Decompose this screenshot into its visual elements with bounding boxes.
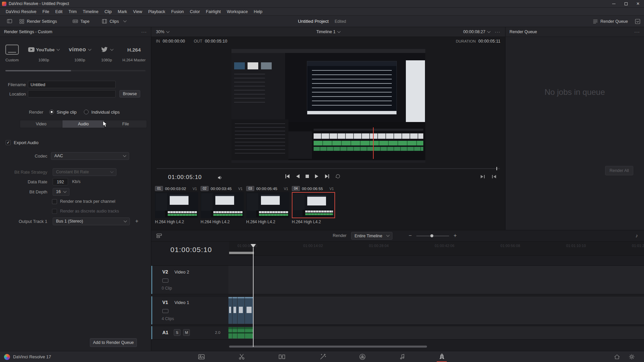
jump-to-first-clip-icon[interactable] bbox=[492, 175, 496, 179]
menu-playback[interactable]: Playback bbox=[145, 9, 168, 14]
page-cut-button[interactable] bbox=[235, 351, 248, 362]
bit-depth-dropdown[interactable]: 16 bbox=[53, 188, 69, 196]
collapse-panel-icon[interactable] bbox=[635, 18, 641, 24]
add-output-track-button[interactable]: + bbox=[133, 218, 141, 225]
page-media-button[interactable] bbox=[195, 351, 208, 362]
render-queue-toggle-button[interactable]: Render Queue bbox=[589, 16, 631, 27]
scrub-playhead[interactable] bbox=[496, 167, 497, 170]
render-clip-card[interactable]: 01 00:00:03:02 V1 H.264 High L4.2 bbox=[155, 186, 198, 230]
page-fusion-button[interactable] bbox=[316, 351, 329, 362]
loop-button[interactable] bbox=[335, 174, 341, 179]
add-to-render-queue-button[interactable]: Add to Render Queue bbox=[90, 338, 137, 347]
menu-color[interactable]: Color bbox=[187, 9, 203, 14]
zoom-slider-knob[interactable] bbox=[430, 234, 433, 237]
play-button[interactable] bbox=[315, 174, 319, 179]
timeline-name[interactable]: Timeline 1 bbox=[316, 29, 335, 34]
zoom-out-button[interactable]: − bbox=[406, 232, 414, 240]
close-button[interactable]: ✕ bbox=[632, 0, 644, 8]
timeline-view-options-icon[interactable] bbox=[156, 233, 162, 240]
track-a1-content[interactable] bbox=[228, 326, 644, 339]
clip-thumbnail[interactable] bbox=[292, 192, 335, 218]
video-clip[interactable] bbox=[232, 297, 237, 324]
options-menu-icon[interactable]: ··· bbox=[141, 29, 147, 35]
presets-scrollbar[interactable] bbox=[5, 70, 146, 71]
clip-thumbnail[interactable] bbox=[155, 192, 198, 218]
timeline-horizontal-scrollbar[interactable] bbox=[229, 346, 427, 348]
page-deliver-button[interactable] bbox=[435, 351, 448, 362]
tab-audio[interactable]: Audio bbox=[62, 120, 105, 128]
speaker-icon[interactable] bbox=[217, 175, 223, 182]
render-range-dropdown[interactable]: Entire Timeline bbox=[351, 232, 392, 240]
play-reverse-button[interactable] bbox=[296, 174, 300, 179]
menu-workspace[interactable]: Workspace bbox=[224, 9, 251, 14]
menu-clip[interactable]: Clip bbox=[102, 9, 115, 14]
viewer-zoom-dropdown[interactable]: 30% bbox=[156, 29, 169, 34]
track-v1-content[interactable] bbox=[228, 296, 644, 324]
track-a1-header[interactable]: A1 S M 2.0 bbox=[151, 326, 228, 339]
menu-fairlight[interactable]: Fairlight bbox=[203, 9, 224, 14]
location-input[interactable] bbox=[28, 90, 116, 98]
stop-button[interactable] bbox=[305, 174, 309, 178]
menu-edit[interactable]: Edit bbox=[52, 9, 66, 14]
minimize-button[interactable] bbox=[608, 0, 620, 8]
menu-trim[interactable]: Trim bbox=[65, 9, 80, 14]
track-v2-header[interactable]: V2 Video 2 0 Clip bbox=[151, 266, 228, 294]
viewer-timecode-dropdown[interactable]: 00:00:08:27 bbox=[463, 29, 490, 34]
preset-vimeo[interactable]: vimeo 1080p bbox=[69, 45, 91, 62]
clip-thumbnail[interactable] bbox=[246, 192, 289, 218]
page-color-button[interactable] bbox=[356, 351, 369, 362]
track-v1-header[interactable]: V1 Video 1 4 Clips bbox=[151, 296, 228, 324]
tab-video[interactable]: Video bbox=[20, 120, 62, 128]
preset-custom[interactable]: Custom bbox=[5, 45, 19, 62]
menu-mark[interactable]: Mark bbox=[115, 9, 130, 14]
maximize-button[interactable] bbox=[620, 0, 632, 8]
preset-youtube[interactable]: YouTube 1080p bbox=[28, 45, 59, 62]
preset-h264[interactable]: H.264 H.264 Master bbox=[122, 45, 146, 62]
zoom-in-button[interactable]: + bbox=[451, 232, 459, 240]
audio-clip[interactable] bbox=[245, 327, 254, 339]
page-fairlight-button[interactable] bbox=[396, 351, 409, 362]
browse-button[interactable]: Browse bbox=[119, 90, 140, 98]
project-manager-button[interactable] bbox=[610, 351, 624, 362]
render-settings-toggle-button[interactable]: Render Settings bbox=[16, 16, 60, 27]
first-frame-button[interactable] bbox=[285, 174, 290, 179]
render-clip-card[interactable]: 03 00:00:05:45 V1 H.264 High L4.2 bbox=[246, 186, 289, 230]
clip-thumbnail[interactable] bbox=[201, 192, 244, 218]
render-clip-card-selected[interactable]: 04 00:00:06:55 V1 H.264 High L4.2 bbox=[292, 186, 335, 230]
playhead-marker[interactable] bbox=[251, 244, 256, 248]
filename-input[interactable] bbox=[28, 81, 116, 88]
individual-clips-radio[interactable] bbox=[84, 110, 89, 114]
audio-clip[interactable] bbox=[228, 327, 232, 339]
project-settings-button[interactable] bbox=[625, 351, 638, 362]
solo-button[interactable]: S bbox=[174, 329, 180, 336]
codec-dropdown[interactable]: AAC bbox=[51, 152, 129, 160]
data-rate-input[interactable] bbox=[53, 178, 68, 185]
audio-mixer-icon[interactable]: ♪ bbox=[636, 233, 638, 238]
audio-clip[interactable] bbox=[237, 327, 245, 339]
render-all-button[interactable]: Render All bbox=[605, 166, 633, 175]
tab-file[interactable]: File bbox=[105, 120, 147, 128]
clips-button[interactable]: Clips bbox=[98, 16, 129, 27]
mute-button[interactable]: M bbox=[183, 329, 190, 336]
video-clip[interactable] bbox=[237, 297, 245, 324]
menu-fusion[interactable]: Fusion bbox=[168, 9, 187, 14]
timeline-ruler[interactable]: 01:00:00:00 01:00:14:02 01:00:28:04 01:0… bbox=[229, 242, 644, 256]
timeline-zoom-slider[interactable] bbox=[416, 236, 449, 236]
viewer-scrub-bar[interactable] bbox=[157, 166, 500, 171]
audio-clip[interactable] bbox=[232, 327, 237, 339]
render-clip-card[interactable]: 02 00:00:03:45 V1 H.264 High L4.2 bbox=[201, 186, 244, 230]
panel-toggle-button[interactable] bbox=[3, 16, 16, 27]
menu-help[interactable]: Help bbox=[251, 9, 266, 14]
video-clip[interactable] bbox=[245, 297, 254, 324]
export-audio-checkbox[interactable]: ✓ bbox=[6, 140, 11, 145]
video-preview[interactable] bbox=[231, 49, 425, 163]
queue-options-icon[interactable]: ··· bbox=[634, 29, 640, 35]
render-one-track-checkbox[interactable] bbox=[52, 199, 57, 204]
single-clip-radio[interactable] bbox=[49, 110, 54, 114]
menu-view[interactable]: View bbox=[130, 9, 145, 14]
track-v2-content[interactable] bbox=[228, 266, 644, 294]
menu-timeline[interactable]: Timeline bbox=[80, 9, 102, 14]
menu-file[interactable]: File bbox=[39, 9, 52, 14]
jump-to-last-clip-icon[interactable] bbox=[480, 175, 485, 179]
output-track-dropdown[interactable]: Bus 1 (Stereo) bbox=[53, 218, 130, 225]
